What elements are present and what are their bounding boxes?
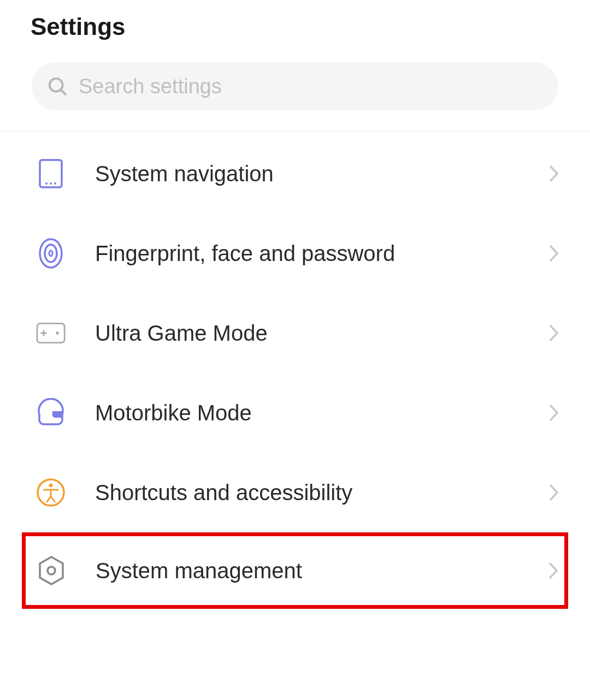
item-label: Motorbike Mode [95, 401, 548, 425]
chevron-right-icon [548, 404, 559, 422]
svg-point-5 [54, 182, 56, 185]
phone-icon [36, 159, 66, 188]
fingerprint-icon [36, 239, 66, 268]
search-icon [47, 76, 68, 97]
svg-point-6 [40, 239, 62, 268]
settings-item-game-mode[interactable]: Ultra Game Mode [0, 293, 590, 373]
svg-line-1 [61, 90, 66, 95]
settings-list: System navigation Fingerprint, face and … [0, 132, 590, 609]
settings-item-system-navigation[interactable]: System navigation [0, 134, 590, 213]
item-label: Shortcuts and accessibility [95, 480, 548, 505]
page-title: Settings [31, 13, 559, 40]
svg-point-3 [45, 182, 48, 185]
chevron-right-icon [548, 164, 559, 183]
gamepad-icon [36, 318, 66, 348]
settings-item-motorbike[interactable]: Motorbike Mode [0, 373, 590, 453]
search-container: Search settings [0, 62, 590, 131]
svg-point-4 [50, 182, 52, 185]
header: Settings [0, 0, 590, 62]
search-input[interactable]: Search settings [32, 62, 558, 110]
helmet-icon [36, 398, 66, 428]
chevron-right-icon [548, 324, 559, 342]
svg-point-12 [56, 331, 59, 335]
chevron-right-icon [548, 483, 559, 502]
item-label: Ultra Game Mode [95, 321, 548, 346]
item-label: System management [96, 559, 548, 583]
item-label: Fingerprint, face and password [95, 241, 548, 266]
svg-line-17 [47, 496, 51, 502]
svg-point-14 [49, 484, 53, 488]
svg-point-0 [50, 79, 63, 92]
gear-hex-icon [37, 556, 66, 585]
chevron-right-icon [548, 561, 559, 580]
accessibility-icon [36, 478, 66, 507]
settings-item-system-management[interactable]: System management [22, 532, 568, 609]
svg-line-18 [51, 496, 55, 502]
svg-point-20 [48, 567, 55, 574]
settings-item-fingerprint[interactable]: Fingerprint, face and password [0, 213, 590, 293]
search-placeholder: Search settings [79, 75, 222, 98]
settings-item-accessibility[interactable]: Shortcuts and accessibility [0, 453, 590, 532]
item-label: System navigation [95, 162, 548, 186]
svg-marker-19 [40, 557, 63, 584]
svg-point-7 [45, 245, 57, 262]
chevron-right-icon [548, 244, 559, 263]
svg-point-8 [49, 251, 52, 256]
